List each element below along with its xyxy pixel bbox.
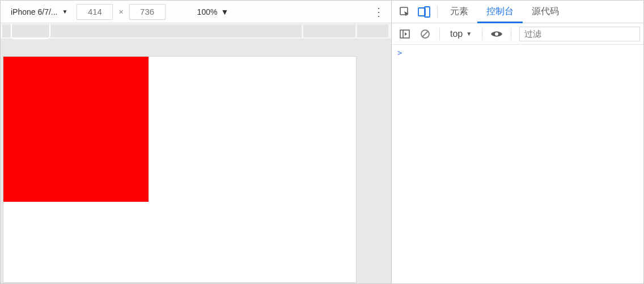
chevron-down-icon: ▼ bbox=[221, 7, 228, 16]
device-select[interactable]: iPhone 6/7/... ▼ bbox=[6, 4, 72, 20]
live-expression-button[interactable] bbox=[487, 25, 506, 43]
sidebar-icon bbox=[400, 29, 410, 39]
device-select-label: iPhone 6/7/... bbox=[11, 7, 58, 16]
inspect-icon bbox=[399, 6, 410, 18]
tab-label: 源代码 bbox=[532, 6, 559, 18]
eye-icon bbox=[490, 29, 503, 39]
console-toolbar: top ▼ bbox=[392, 23, 643, 45]
clear-icon bbox=[420, 29, 430, 39]
toggle-device-toolbar-button[interactable] bbox=[414, 1, 434, 23]
ruler-handle[interactable] bbox=[11, 23, 50, 39]
responsive-ruler[interactable] bbox=[1, 23, 391, 39]
viewport-height-input[interactable] bbox=[129, 4, 166, 20]
devtools-pane: 元素 控制台 源代码 bbox=[392, 1, 643, 283]
tab-label: 元素 bbox=[450, 6, 468, 18]
clear-console-button[interactable] bbox=[416, 25, 435, 43]
zoom-select-label: 100% bbox=[197, 7, 218, 16]
svg-line-6 bbox=[422, 31, 428, 37]
console-body[interactable]: > bbox=[392, 45, 643, 283]
tab-elements[interactable]: 元素 bbox=[441, 1, 477, 23]
viewport-width-input[interactable] bbox=[77, 4, 113, 20]
more-options-button[interactable]: ⋮ bbox=[372, 5, 385, 19]
app-root: iPhone 6/7/... ▼ × 100% ▼ ⋮ bbox=[0, 0, 644, 284]
chevron-down-icon: ▼ bbox=[466, 31, 472, 37]
tab-label: 控制台 bbox=[486, 6, 514, 18]
console-sidebar-toggle[interactable] bbox=[395, 25, 414, 43]
device-pane: iPhone 6/7/... ▼ × 100% ▼ ⋮ bbox=[1, 1, 392, 283]
context-select-label: top bbox=[450, 29, 463, 39]
devtools-tabs: 元素 控制台 源代码 bbox=[392, 1, 643, 23]
viewport-area bbox=[1, 39, 391, 283]
svg-point-7 bbox=[495, 32, 498, 36]
kebab-icon: ⋮ bbox=[373, 5, 384, 19]
device-frame[interactable] bbox=[3, 56, 357, 283]
console-prompt-icon: > bbox=[397, 48, 402, 57]
device-toggle-icon bbox=[418, 6, 430, 18]
zoom-select[interactable]: 100% ▼ bbox=[193, 4, 234, 20]
context-select[interactable]: top ▼ bbox=[444, 26, 477, 42]
device-toolbar: iPhone 6/7/... ▼ × 100% ▼ ⋮ bbox=[1, 1, 391, 23]
console-filter-input[interactable] bbox=[519, 27, 640, 41]
dimension-separator: × bbox=[117, 7, 124, 16]
tab-sources[interactable]: 源代码 bbox=[523, 1, 568, 23]
page-red-box bbox=[3, 57, 149, 202]
inspect-element-button[interactable] bbox=[395, 1, 414, 23]
tab-console[interactable]: 控制台 bbox=[477, 1, 523, 23]
chevron-down-icon: ▼ bbox=[62, 9, 68, 15]
